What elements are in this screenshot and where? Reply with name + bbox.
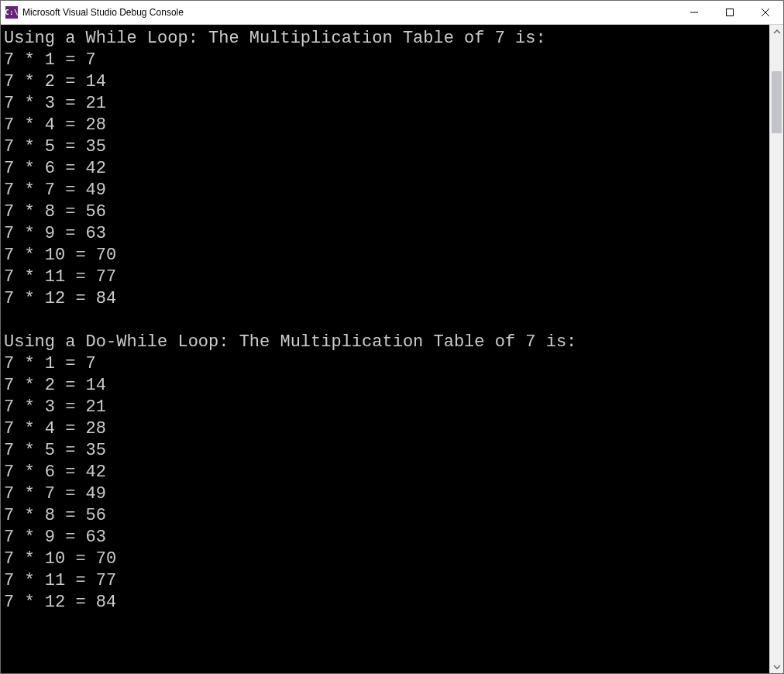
chevron-down-icon <box>773 663 781 671</box>
console-output[interactable]: Using a While Loop: The Multiplication T… <box>1 25 769 673</box>
client-area: Using a While Loop: The Multiplication T… <box>1 25 783 673</box>
scroll-down-button[interactable] <box>770 660 783 673</box>
title-left: C:\ Microsoft Visual Studio Debug Consol… <box>1 6 676 19</box>
vertical-scrollbar[interactable] <box>769 25 783 673</box>
svg-rect-1 <box>727 9 734 16</box>
close-icon <box>762 9 769 16</box>
scroll-up-button[interactable] <box>770 25 783 38</box>
close-button[interactable] <box>748 1 783 24</box>
app-icon: C:\ <box>5 6 18 19</box>
maximize-icon <box>726 9 734 16</box>
scrollbar-thumb[interactable] <box>772 71 782 133</box>
chevron-up-icon <box>773 28 781 36</box>
window-title: Microsoft Visual Studio Debug Console <box>22 7 184 18</box>
minimize-icon <box>690 9 698 16</box>
maximize-button[interactable] <box>712 1 748 24</box>
console-window: C:\ Microsoft Visual Studio Debug Consol… <box>0 0 784 674</box>
minimize-button[interactable] <box>676 1 712 24</box>
window-controls <box>676 1 783 24</box>
titlebar[interactable]: C:\ Microsoft Visual Studio Debug Consol… <box>1 1 783 25</box>
